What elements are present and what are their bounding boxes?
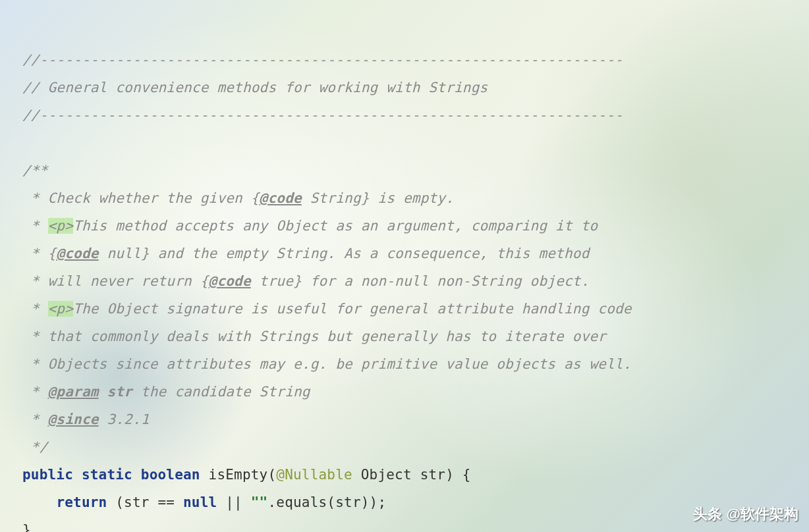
javadoc-line — [99, 384, 107, 400]
annotation: @Nullable — [276, 467, 352, 483]
javadoc-line: null} and the empty String. As a consequ… — [99, 246, 590, 261]
watermark-text: 头条 @软件架构 — [693, 504, 798, 524]
javadoc-code-tag: @code — [56, 246, 98, 261]
javadoc-line: * — [22, 384, 48, 400]
javadoc-line: The Object signature is useful for gener… — [73, 301, 632, 317]
javadoc-line: * Check whether the given { — [22, 190, 260, 206]
comment-header: // General convenience methods for worki… — [22, 80, 488, 95]
javadoc-line: * that commonly deals with Strings but g… — [22, 329, 606, 344]
method-signature: Object str) { — [352, 467, 471, 483]
keyword: public static boolean — [22, 467, 200, 483]
javadoc-line: * — [22, 218, 48, 234]
javadoc-line: 3.2.1 — [99, 412, 150, 427]
javadoc-line: This method accepts any Object as an arg… — [73, 218, 598, 234]
comment-divider: //--------------------------------------… — [22, 107, 623, 123]
javadoc-param-tag: @param — [48, 384, 99, 400]
comment-divider: //--------------------------------------… — [22, 52, 623, 68]
javadoc-line: * Objects since attributes may e.g. be p… — [22, 356, 632, 372]
javadoc-line: String} is empty. — [302, 190, 454, 206]
indent — [22, 494, 56, 510]
javadoc-line: * — [22, 412, 48, 427]
expression: || — [217, 494, 250, 510]
brace-close: } — [22, 522, 31, 532]
code-block: //--------------------------------------… — [0, 0, 809, 532]
javadoc-code-tag: @code — [209, 273, 251, 289]
method-signature: isEmpty( — [200, 467, 277, 483]
javadoc-line: * — [22, 301, 48, 317]
javadoc-line: the candidate String — [132, 384, 310, 400]
expression: .equals(str)); — [267, 494, 386, 510]
keyword-null: null — [183, 494, 217, 510]
javadoc-code-tag: @code — [260, 190, 302, 206]
javadoc-line: * will never return { — [22, 273, 209, 289]
javadoc-p-tag: <p> — [48, 218, 74, 234]
javadoc-open: /** — [22, 163, 48, 178]
string-literal: "" — [251, 494, 268, 510]
javadoc-p-tag: <p> — [48, 301, 74, 317]
javadoc-param-name: str — [107, 384, 132, 400]
expression: (str == — [107, 494, 183, 510]
keyword-return: return — [56, 494, 107, 510]
javadoc-line: true} for a non-null non-String object. — [251, 273, 590, 289]
javadoc-close: */ — [22, 439, 48, 455]
javadoc-since-tag: @since — [48, 412, 99, 427]
javadoc-line: * { — [22, 246, 56, 261]
